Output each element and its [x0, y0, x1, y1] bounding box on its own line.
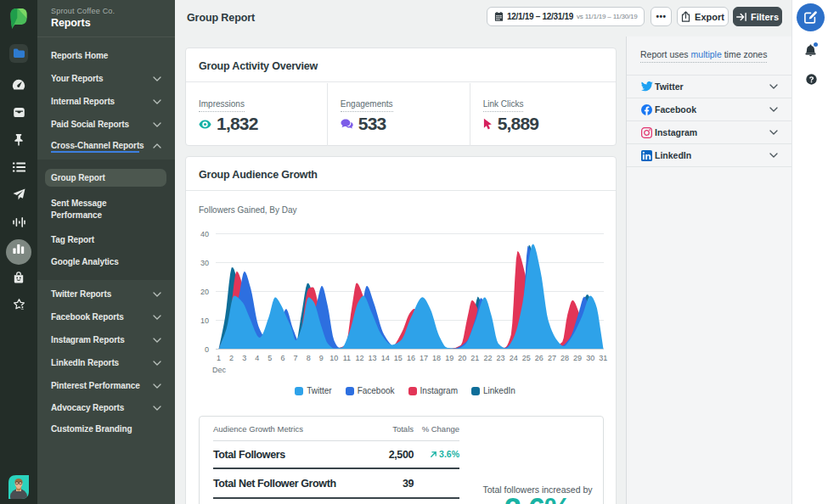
reports-icon[interactable]: [0, 241, 37, 258]
sidebar-item-instagram-reports[interactable]: Instagram Reports: [51, 335, 125, 345]
growth-summary-value: 3.6%: [470, 495, 606, 504]
y-axis-label: 10: [187, 316, 209, 325]
sprout-leaf-logo[interactable]: [0, 7, 37, 31]
table-row: Total Net Follower Growth 39: [213, 469, 459, 499]
row-metric: Total Followers: [213, 449, 363, 461]
panel-section-facebook[interactable]: Facebook: [627, 98, 792, 120]
folder-icon[interactable]: [0, 44, 37, 63]
col-totals: Totals: [363, 424, 414, 434]
chevron-down-icon: [769, 130, 778, 135]
export-button[interactable]: Export: [677, 7, 729, 26]
chevron-down-icon: [153, 76, 161, 81]
chevron-up-icon: [153, 143, 161, 148]
help-icon[interactable]: [806, 73, 817, 84]
x-tick-label: 2: [225, 354, 238, 362]
advocacy-star-icon[interactable]: [0, 296, 37, 313]
chevron-down-icon: [769, 107, 778, 112]
sidebar-item-customize-branding[interactable]: Customize Branding: [51, 424, 132, 434]
gauge-icon[interactable]: [0, 76, 37, 93]
sidebar-item-facebook-reports[interactable]: Facebook Reports: [51, 312, 124, 322]
notification-dot: [814, 42, 819, 48]
x-tick-label: 23: [494, 354, 507, 362]
more-options-button[interactable]: •••: [651, 7, 672, 26]
chevron-down-icon: [153, 406, 161, 411]
filters-button[interactable]: Filters: [733, 7, 782, 26]
filters-icon: [736, 13, 746, 21]
x-tick-label: 18: [431, 354, 443, 362]
audience-growth-metrics-box: Audience Growth Metrics Totals % Change …: [199, 416, 604, 504]
date-range-value: 12/1/19 – 12/31/19: [507, 12, 573, 21]
x-tick-label: 5: [263, 354, 276, 362]
page-title: Group Report: [187, 12, 255, 24]
metric-label[interactable]: Link Clicks: [483, 99, 524, 112]
row-change: 3.6%: [414, 449, 459, 461]
x-tick-label: 30: [584, 354, 597, 362]
panel-section-label: LinkedIn: [655, 150, 691, 160]
shop-icon[interactable]: [0, 269, 37, 286]
legend-swatch: [408, 387, 417, 395]
x-tick-label: 7: [290, 354, 302, 362]
y-axis-label: 0: [187, 345, 209, 354]
linkedin-icon: [641, 150, 652, 161]
panel-section-label: Twitter: [655, 81, 684, 92]
compose-button[interactable]: [797, 3, 825, 31]
sidebar-item-internal-reports[interactable]: Internal Reports: [51, 97, 115, 107]
sidebar-item-advocacy-reports[interactable]: Advocacy Reports: [51, 403, 124, 413]
eye-icon: [199, 120, 211, 129]
listening-icon[interactable]: [0, 214, 37, 231]
sidebar-item-your-reports[interactable]: Your Reports: [51, 74, 103, 84]
facebook-icon: [641, 104, 652, 115]
x-tick-label: 20: [456, 354, 469, 362]
date-compare-value: vs 11/1/19 – 11/30/19: [577, 13, 638, 20]
export-label: Export: [695, 12, 724, 22]
legend-swatch: [295, 387, 303, 395]
inbox-icon[interactable]: [0, 104, 37, 120]
x-tick-label: 10: [328, 354, 341, 362]
sidebar-item-paid-social-reports[interactable]: Paid Social Reports: [51, 120, 129, 130]
date-range-button[interactable]: 12/1/19 – 12/31/19 vs 11/1/19 – 11/30/19: [487, 7, 645, 26]
sidebar-item-google-analytics[interactable]: Google Analytics: [51, 257, 119, 267]
chart-plot: [216, 228, 605, 350]
legend-swatch: [471, 387, 480, 395]
sidebar-item-reports-home[interactable]: Reports Home: [51, 51, 108, 61]
legend-item-twitter: Twitter: [295, 386, 331, 395]
chevron-down-icon: [153, 361, 161, 366]
panel-section-twitter[interactable]: Twitter: [627, 75, 792, 98]
sidebar-divider: [37, 36, 175, 37]
sidebar-item-group-report[interactable]: Group Report: [51, 173, 105, 183]
y-axis-label: 20: [187, 288, 209, 296]
app-icon-rail: [0, 0, 37, 504]
x-tick-label: 31: [597, 354, 610, 362]
group-activity-overview-card: Group Activity Overview Impressions 1,83…: [185, 48, 617, 146]
sidebar-item-twitter-reports[interactable]: Twitter Reports: [51, 289, 111, 300]
bell-icon[interactable]: [805, 44, 816, 57]
list-icon[interactable]: [0, 159, 37, 176]
cursor-click-icon: [483, 118, 493, 130]
sidebar-item-pinterest-performance[interactable]: Pinterest Performance: [51, 381, 140, 391]
sidebar-item-linkedin-reports[interactable]: LinkedIn Reports: [51, 358, 119, 368]
change-up-badge: 3.6%: [430, 449, 459, 459]
metric-label[interactable]: Engagements: [341, 99, 393, 112]
sprout-reports-app: Sprout Coffee Co. Reports Reports HomeYo…: [0, 0, 828, 504]
panel-divider: [627, 166, 792, 189]
pin-icon[interactable]: [0, 132, 37, 148]
metric-value: 5,889: [498, 114, 539, 134]
send-icon[interactable]: [0, 186, 37, 203]
y-axis-label: 40: [187, 230, 209, 238]
x-tick-label: 28: [558, 354, 571, 362]
sidebar-item-sent-message-performance[interactable]: Sent MessagePerformance: [51, 198, 107, 221]
col-change: % Change: [414, 424, 459, 434]
metric-value: 1,832: [217, 114, 258, 134]
timezone-multiple-link[interactable]: multiple: [691, 49, 722, 59]
sidebar-item-tag-report[interactable]: Tag Report: [51, 235, 94, 245]
row-metric: Total Net Follower Growth: [213, 478, 363, 490]
x-tick-label: 13: [366, 354, 379, 362]
panel-section-linkedin[interactable]: LinkedIn: [627, 143, 792, 166]
metric-label[interactable]: Impressions: [199, 99, 245, 112]
x-tick-label: 11: [341, 354, 353, 362]
sidebar-item-cross-channel-reports[interactable]: Cross-Channel Reports: [51, 141, 144, 151]
sidebar-title: Reports: [51, 17, 91, 29]
panel-section-instagram[interactable]: Instagram: [627, 120, 792, 143]
user-avatar[interactable]: [8, 475, 29, 499]
metric-value: 533: [358, 114, 386, 134]
